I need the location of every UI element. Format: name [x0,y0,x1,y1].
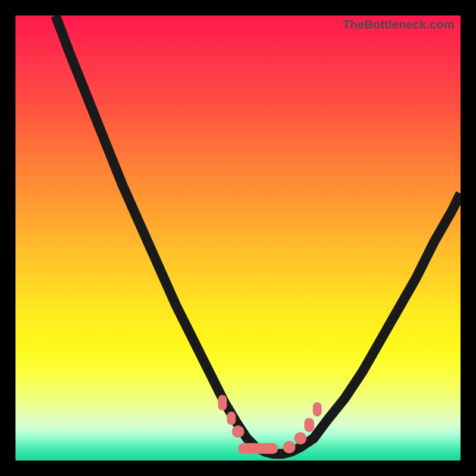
chart-frame: TheBottleneck.com [0,0,476,476]
bottleneck-curve [55,15,461,454]
curve-marker [304,418,314,432]
curve-marker [238,443,278,454]
chart-svg [15,15,461,461]
curve-marker [218,395,227,411]
curve-marker [227,412,236,425]
curve-marker [283,441,296,453]
chart-plot-area: TheBottleneck.com [15,15,461,461]
curve-marker [294,432,306,444]
curve-marker [313,402,322,416]
curve-marker [232,425,245,438]
